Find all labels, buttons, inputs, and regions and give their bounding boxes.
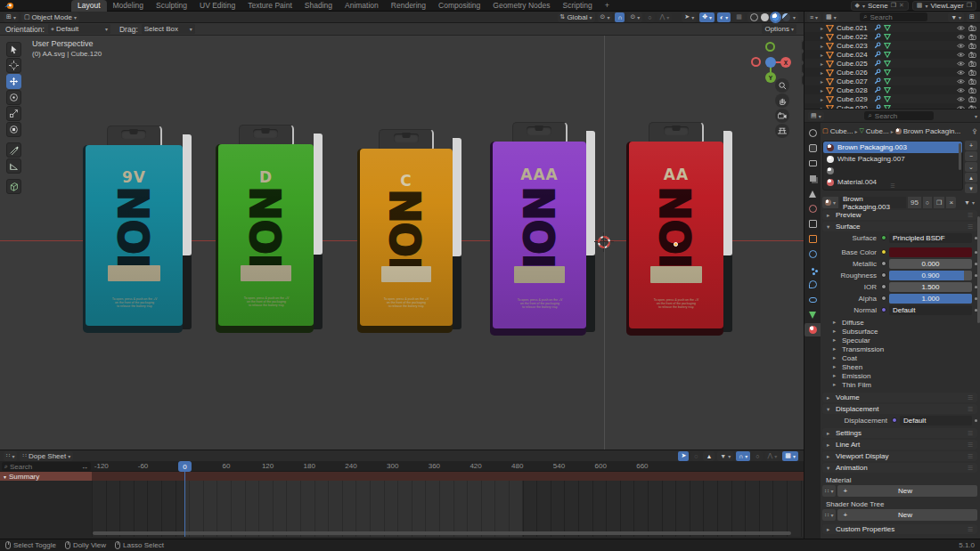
properties-editor-type-button[interactable]: ▤▾ [808,111,824,121]
gizmo-axis-z-center[interactable] [765,57,776,68]
outliner-filter-dropdown[interactable]: ▼▾ [948,12,964,22]
only-errors-toggle[interactable]: ▲ [703,451,715,461]
gizmo-axis-y[interactable]: Y [765,72,776,83]
gizmo-axis-neg-y[interactable] [765,42,775,52]
material-slot-list[interactable]: Brown Packaging.003 White Packaging.007 … [822,141,963,190]
outliner[interactable]: ▸ Cube.021 ▸ Cube.022 ▸ Cube.023 ▸ Cube.… [804,23,980,109]
modifier-wrench-icon[interactable] [874,77,881,85]
new-scene-icon[interactable]: ❐ [891,2,896,9]
show-hidden-toggle[interactable]: ◌ [691,451,700,461]
alpha-slider[interactable]: 1.000 [889,294,972,304]
remove-slot-button[interactable]: − [965,151,977,161]
pan-button[interactable] [775,93,789,108]
properties-tab-collection[interactable] [804,217,821,231]
modifier-wrench-icon[interactable] [874,51,881,58]
object-name[interactable]: Cube.025 [837,60,868,68]
workspace-tab-animation[interactable]: Animation [339,0,385,12]
mesh-data-icon[interactable] [884,33,891,40]
outliner-row[interactable]: ▸ Cube.026 [804,68,980,77]
zoom-button[interactable] [775,78,789,93]
outliner-row[interactable]: ▸ Cube.027 [804,77,980,85]
disable-render-camera-icon[interactable] [968,78,976,85]
tool-select-box[interactable] [6,42,21,57]
panel-volume[interactable]: ▸Volume☰ [822,393,977,402]
expand-icon[interactable]: ▸ [821,61,823,67]
object-name[interactable]: Cube.023 [837,42,868,50]
disable-render-camera-icon[interactable] [968,34,976,40]
xray-toggle[interactable]: ▩ [733,12,745,22]
filter-dropdown[interactable]: ▼▾ [717,451,733,461]
mesh-data-icon[interactable] [884,95,891,102]
properties-tab-data[interactable] [804,308,821,321]
summary-channel-label[interactable]: ▾Summary [0,472,92,481]
falloff-keys-dropdown[interactable]: ⋀▾ [765,451,780,461]
hide-eye-icon[interactable] [957,43,965,49]
tool-transform[interactable] [6,122,21,137]
mesh-data-icon[interactable] [884,86,891,93]
outliner-editor-type-button[interactable]: ≡▾ [807,12,821,22]
object-name[interactable]: Cube.027 [837,77,868,85]
move-slot-down-button[interactable]: ▾ [965,183,977,193]
material-name-field[interactable]: Brown Packaging.003 [840,197,906,208]
new-viewlayer-icon[interactable]: ❐ [967,2,972,9]
users-count-button[interactable]: 95 [908,197,921,208]
pin-icon[interactable]: ⚴ [972,127,977,135]
orientation-dropdown[interactable]: ⌖Default▾ [48,24,110,34]
disable-render-camera-icon[interactable] [968,52,976,58]
slot-list-scrollbar[interactable] [959,143,961,170]
modifier-wrench-icon[interactable] [874,24,881,31]
new-material-button[interactable]: ❐ [934,197,944,208]
workspace-tab-texture-paint[interactable]: Texture Paint [241,0,298,12]
tool-add-primitive[interactable] [6,179,21,194]
move-slot-up-button[interactable]: ▴ [965,173,977,182]
workspace-tab-compositing[interactable]: Compositing [432,0,486,12]
surface-shader-dropdown[interactable]: Principled BSDF [889,233,972,243]
add-slot-button[interactable]: + [965,141,977,150]
properties-tab-particles[interactable] [804,263,821,276]
shading-wireframe-icon[interactable] [750,13,758,21]
object-name[interactable]: Cube.021 [837,24,868,32]
subpanel-header[interactable]: ▸Diffuse [822,318,977,327]
workspace-tab-rendering[interactable]: Rendering [385,0,432,12]
unlink-material-button[interactable]: × [946,197,956,208]
properties-editor[interactable]: ▤▾ ⌕ Search ▾ ▢ Cube... ▸ ▽ Cube... ▸ Br… [804,109,980,539]
new-shader-action-button[interactable]: +New [837,509,977,521]
properties-options-dropdown[interactable]: ▾ [975,113,977,119]
gizmos-toggle[interactable]: ✥▾ [699,12,715,22]
slot-list-resize-grip[interactable]: ☰ [890,182,894,189]
panel-header[interactable]: ▸Line Art☰ [822,440,977,450]
dopesheet-mode-dropdown[interactable]: ∷Dope Sheet▾ [20,451,73,461]
hide-eye-icon[interactable] [957,78,965,85]
new-material-action-button[interactable]: +New [837,485,977,497]
shading-rendered-icon[interactable] [782,13,790,21]
hide-eye-icon[interactable] [957,34,965,40]
workspace-tab-modeling[interactable]: Modeling [107,0,151,12]
proportional-falloff-dropdown[interactable]: ⋀▾ [657,12,673,22]
mesh-data-icon[interactable] [884,77,891,85]
filter-invert-icon[interactable]: ↔ [81,463,88,471]
base-color-swatch[interactable] [889,247,972,257]
workspace-tab-scripting[interactable]: Scripting [557,0,599,12]
panel-preview[interactable]: ▸Preview☰ [822,210,977,220]
proportional-edit-keys-toggle[interactable]: ○ [753,451,762,461]
drag-dropdown[interactable]: Select Box▾ [142,24,195,34]
modifier-wrench-icon[interactable] [874,33,881,40]
expand-icon[interactable]: ▸ [821,25,823,31]
material-slot-row[interactable]: White Packaging.007 [823,153,962,165]
properties-tab-material[interactable] [804,323,821,336]
unlink-scene-icon[interactable]: ✕ [899,2,904,9]
properties-tab-tool[interactable] [804,126,821,140]
hide-eye-icon[interactable] [957,61,965,67]
outliner-row[interactable]: ▸ Cube.024 [804,50,980,59]
panel-displacement[interactable]: ▾Displacement☰ [822,404,977,414]
subpanel-header[interactable]: ▸Emission [822,371,977,380]
shading-solid-icon[interactable] [761,13,769,21]
hide-eye-icon[interactable] [957,96,965,102]
subpanel-header[interactable]: ▸Thin Film [822,380,977,389]
properties-search[interactable]: ⌕ Search [864,111,934,120]
mesh-data-icon[interactable] [884,42,891,49]
tool-rotate[interactable] [6,90,21,105]
workspace-tab-uv-editing[interactable]: UV Editing [193,0,241,12]
fake-user-toggle[interactable]: ○ [923,197,932,208]
outliner-row[interactable]: ▸ Cube.029 [804,94,980,103]
